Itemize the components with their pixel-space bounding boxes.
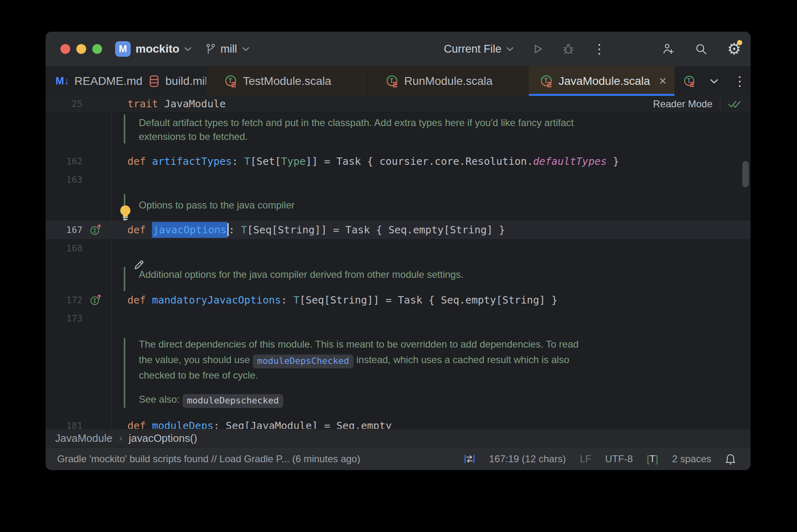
tab-close-icon[interactable]: ✕: [659, 75, 667, 87]
add-user-button[interactable]: [659, 32, 677, 66]
doc-comment: The direct dependencies of this module. …: [139, 337, 579, 351]
sticky-line-number: 25: [46, 96, 82, 112]
column-swap-icon[interactable]: [464, 453, 475, 465]
gutter-line-number: 167: [46, 221, 82, 239]
gutter-line-number: 162: [46, 152, 82, 171]
reader-mode-label: Reader Mode: [653, 98, 712, 110]
chevron-down-icon: [710, 78, 719, 84]
chevron-down-icon: [242, 47, 249, 51]
traffic-light-zoom[interactable]: [92, 44, 102, 54]
code-line: def mandatoryJavacOptions: T[Seq[String]…: [127, 291, 558, 309]
play-icon: [533, 44, 543, 54]
breadcrumb-bar: JavaModule › javacOptions(): [46, 429, 750, 447]
editor[interactable]: Default artifact types to fetch and put …: [46, 113, 750, 429]
tab-label: JavaModule.scala: [559, 75, 650, 88]
gutter-line-number: 168: [46, 239, 82, 257]
bracket: [: [647, 453, 650, 464]
run-config-widget[interactable]: Current File: [444, 32, 514, 66]
project-icon: M: [115, 41, 131, 57]
tab-readme[interactable]: M↓ README.md: [51, 66, 147, 96]
kebab-icon: ⋮: [733, 75, 746, 88]
traffic-light-close[interactable]: [60, 44, 70, 54]
chevron-down-icon: [506, 47, 514, 51]
doc-comment-bar: [124, 114, 125, 144]
caret-position[interactable]: 167:19 (12 chars): [489, 453, 566, 465]
code-line: def artifactTypes: T[Set[Type]] = Task {…: [127, 152, 619, 171]
code-line: def javacOptions: T[Seq[String]] = Task …: [127, 221, 505, 239]
doc-comment: the value, you should use moduleDepsChec…: [139, 353, 569, 367]
scala-trait-icon: T: [224, 74, 238, 88]
divider: [720, 99, 720, 109]
double-check-icon[interactable]: [728, 99, 742, 109]
kebab-icon: ⋮: [593, 42, 606, 55]
gutter-line-number: 172: [46, 291, 82, 309]
breadcrumb-class[interactable]: JavaModule: [55, 432, 112, 445]
vcs-branch-widget[interactable]: mill: [206, 32, 249, 66]
line-separator[interactable]: LF: [580, 453, 591, 465]
scala-trait-icon: T: [683, 74, 696, 88]
tab-list-button[interactable]: [705, 66, 724, 96]
run-button[interactable]: [529, 32, 547, 66]
code-line: def moduleDeps: Seq[JavaModule] = Seq.em…: [127, 417, 392, 429]
debug-button[interactable]: [559, 32, 577, 66]
tab-overflow-partial[interactable]: T: [678, 66, 701, 96]
status-bar: Gradle 'mockito' build scripts found // …: [46, 447, 750, 470]
add-user-icon: [662, 43, 675, 55]
tabs-more-button[interactable]: ⋮: [728, 66, 750, 96]
tab-javamodule[interactable]: T JavaModule.scala ✕: [529, 66, 675, 96]
override-gutter-icon[interactable]: [90, 294, 102, 306]
markdown-icon: M↓: [56, 75, 69, 87]
file-encoding[interactable]: UTF-8: [605, 453, 633, 465]
doc-comment-bar: [124, 338, 125, 408]
tab-label: README.md: [74, 75, 142, 88]
indent-size[interactable]: 2 spaces: [672, 453, 711, 465]
ide-window: M mockito mill Current File: [46, 32, 750, 470]
override-gutter-icon[interactable]: [90, 224, 102, 236]
tab-label: RunModule.scala: [404, 75, 492, 88]
mill-file-icon: [149, 75, 160, 88]
notifications-bell-icon[interactable]: [725, 453, 736, 465]
sticky-header-line[interactable]: 25 trait JavaModule Reader Mode: [46, 96, 750, 113]
doc-comment: Options to pass to the java compiler: [139, 198, 295, 212]
chevron-down-icon: [184, 47, 191, 51]
tab-buildmill[interactable]: build.mill: [144, 66, 215, 96]
traffic-light-minimize[interactable]: [76, 44, 86, 54]
lightbulb-icon[interactable]: [118, 204, 133, 223]
status-message[interactable]: Gradle 'mockito' build scripts found // …: [57, 453, 360, 465]
tab-label: TestModule.scala: [243, 75, 331, 88]
breadcrumb-separator-icon: ›: [119, 432, 122, 444]
branch-icon: [206, 43, 216, 55]
scala-trait-icon: T: [385, 74, 399, 88]
search-icon: [695, 43, 707, 55]
breadcrumb-member[interactable]: javacOptions(): [129, 432, 197, 445]
project-name: mockito: [136, 42, 179, 55]
sticky-code: trait JavaModule: [127, 96, 226, 112]
title-bar: M mockito mill Current File: [46, 32, 750, 66]
tab-bar: M↓ README.md build.mill T TestModule.sca…: [46, 66, 750, 96]
project-widget[interactable]: M mockito: [115, 32, 191, 66]
bracket: ]: [655, 453, 658, 464]
search-button[interactable]: [692, 32, 710, 66]
doc-comment: Default artifact types to fetch and put …: [139, 116, 574, 130]
tab-label: build.mill: [165, 75, 210, 88]
gutter-line-number: 163: [46, 171, 82, 189]
bug-icon: [563, 43, 574, 55]
doc-see-also: See also: moduleDepschecked: [139, 392, 283, 406]
branch-name: mill: [220, 43, 237, 55]
gutter-line-number: 181: [46, 417, 82, 429]
svg-text:T: T: [544, 77, 548, 85]
svg-text:T: T: [390, 77, 394, 85]
more-actions-button[interactable]: ⋮: [590, 32, 608, 66]
settings-button[interactable]: ⚙: [725, 32, 743, 66]
run-config-label: Current File: [444, 43, 501, 55]
scrollbar-thumb[interactable]: [742, 161, 749, 187]
reader-mode-widget[interactable]: Reader Mode: [653, 96, 742, 112]
tab-runmodule[interactable]: T RunModule.scala: [367, 66, 529, 96]
project-icon-letter: M: [119, 43, 127, 55]
highlight-level-indicator[interactable]: [T]: [647, 453, 658, 465]
tab-testmodule[interactable]: T TestModule.scala: [206, 66, 367, 96]
doc-comment: extensions to be fetched.: [139, 130, 248, 144]
gutter-line-number: 173: [46, 309, 82, 328]
svg-text:T: T: [687, 77, 691, 84]
letter: T: [650, 453, 656, 464]
